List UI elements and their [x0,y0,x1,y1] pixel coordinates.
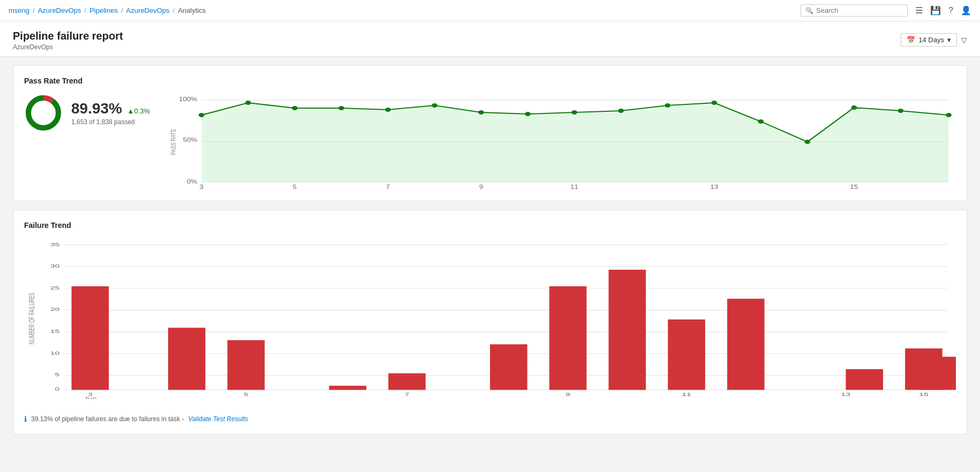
breadcrumb-azuredevops1[interactable]: AzureDevOps [38,6,81,14]
calendar-icon: 📅 [907,36,915,44]
svg-point-12 [245,101,251,105]
main-content: Pass Rate Trend 89.93% ▲0.3% 1 [0,57,980,443]
svg-text:13: 13 [710,184,718,190]
bar-chart: NUMBER OF FAILURES 35 30 25 20 15 10 5 0 [24,238,956,399]
svg-text:13: 13 [841,391,851,397]
page-title: Pipeline failure report [13,30,123,42]
svg-point-14 [338,106,344,110]
svg-text:50%: 50% [183,137,198,143]
topnav: mseng / AzureDevOps / Pipelines / AzureD… [0,0,980,21]
bar-8 [549,286,587,390]
pass-rate-title: Pass Rate Trend [24,77,956,85]
svg-point-20 [618,109,624,113]
svg-text:15: 15 [919,391,929,397]
breadcrumb-analytics: Analytics [178,6,206,14]
filter-icon[interactable]: ▽ [961,36,967,44]
user-icon[interactable]: 👤 [961,5,971,16]
page-subtitle: AzureDevOps [13,43,123,51]
svg-text:5: 5 [55,372,60,378]
svg-point-22 [711,101,717,105]
svg-text:7: 7 [386,184,390,190]
days-selector[interactable]: 📅 14 Days ▾ [901,33,957,47]
search-input[interactable] [816,6,903,14]
svg-point-24 [804,140,810,144]
bar-13 [846,369,883,390]
svg-text:10: 10 [50,350,60,356]
svg-text:NUMBER OF FAILURES: NUMBER OF FAILURES [27,293,36,345]
bar-7 [490,344,527,390]
svg-text:PASS RATE: PASS RATE [170,128,177,155]
pass-delta: ▲0.3% [127,107,150,115]
donut-wrapper: 89.93% ▲0.3% 1,653 of 1,838 passed [24,94,150,132]
header-controls: 📅 14 Days ▾ ▽ [901,33,967,47]
pass-rate-card: Pass Rate Trend 89.93% ▲0.3% 1 [13,65,967,201]
bar-11 [727,299,765,390]
validate-link[interactable]: Validate Test Results [189,415,248,423]
svg-point-16 [432,103,438,108]
svg-point-27 [946,113,952,117]
nav-icons: 🔍 ☰ 💾 ? 👤 [801,4,971,17]
failure-info-text: 39.13% of pipeline failures are due to f… [31,415,184,423]
svg-point-15 [385,108,391,112]
pass-rate-content: 89.93% ▲0.3% 1,653 of 1,838 passed 100% … [24,94,956,190]
svg-text:15: 15 [850,184,858,190]
passed-count: 1,653 of 1,838 passed [71,118,150,126]
svg-text:5: 5 [293,184,297,190]
donut-chart [24,94,63,132]
failure-trend-title: Failure Trend [24,221,956,230]
svg-text:Jun: Jun [84,395,97,399]
svg-text:11: 11 [682,391,691,397]
svg-marker-10 [201,103,948,182]
list-icon[interactable]: ☰ [915,5,923,16]
svg-text:25: 25 [50,285,60,291]
search-icon: 🔍 [805,7,813,14]
svg-point-26 [898,109,904,113]
svg-text:100%: 100% [179,96,198,103]
stats-info: 89.93% ▲0.3% 1,653 of 1,838 passed [71,100,150,126]
svg-text:9: 9 [566,391,570,397]
svg-text:0: 0 [55,386,60,392]
page-header: Pipeline failure report AzureDevOps 📅 14… [0,21,980,57]
help-icon[interactable]: ? [948,6,953,16]
search-box[interactable]: 🔍 [801,4,908,17]
svg-point-18 [525,112,531,116]
svg-point-19 [571,110,577,115]
svg-text:15: 15 [50,328,60,334]
bar-15 [922,357,956,390]
svg-text:0%: 0% [187,179,198,185]
svg-text:30: 30 [50,263,60,269]
chevron-down-icon: ▾ [947,36,951,44]
svg-point-25 [851,105,857,110]
svg-text:9: 9 [479,184,483,190]
bar-5 [329,386,366,390]
breadcrumb-pipelines[interactable]: Pipelines [89,6,118,14]
svg-text:Jun: Jun [196,189,208,190]
svg-point-13 [292,106,298,110]
svg-text:20: 20 [50,307,60,313]
save-icon[interactable]: 💾 [930,5,941,16]
line-chart: 100% 50% 0% PASS RATE [167,94,956,190]
bar-10 [668,319,705,390]
failure-info: ℹ 39.13% of pipeline failures are due to… [24,415,956,423]
pass-percentage: 89.93% [71,100,122,117]
bar-chart-container: NUMBER OF FAILURES 35 30 25 20 15 10 5 0 [24,238,956,409]
line-chart-area: 100% 50% 0% PASS RATE [167,94,956,190]
info-icon: ℹ [24,415,27,423]
bar-1 [72,286,109,390]
svg-point-17 [478,110,484,115]
breadcrumb: mseng / AzureDevOps / Pipelines / AzureD… [9,6,206,14]
failure-trend-card: Failure Trend NUMBER OF FAILURES 35 30 2… [13,210,967,435]
bar-3 [168,328,206,390]
line-chart-container: 100% 50% 0% PASS RATE [167,94,956,190]
bar-6 [388,374,426,390]
svg-point-23 [758,119,764,124]
svg-point-11 [199,113,205,117]
breadcrumb-azuredevops2[interactable]: AzureDevOps [126,6,170,14]
days-label: 14 Days [918,36,944,44]
svg-text:5: 5 [244,391,248,397]
svg-text:11: 11 [570,184,578,190]
bar-9 [608,270,646,390]
breadcrumb-mseng[interactable]: mseng [9,6,29,14]
svg-text:7: 7 [405,391,410,397]
svg-point-21 [665,103,670,108]
